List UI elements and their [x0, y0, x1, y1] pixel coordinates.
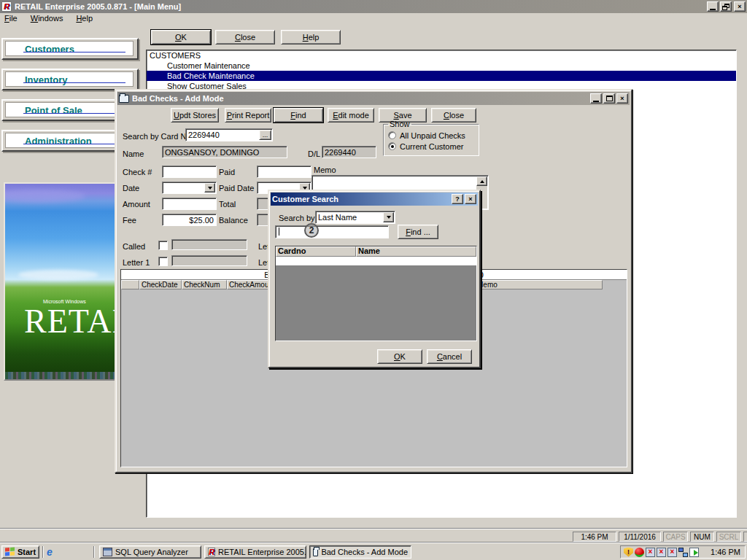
internet-explorer-icon[interactable]: e: [47, 546, 53, 558]
letter1-checkbox[interactable]: [158, 257, 168, 266]
col-name[interactable]: Name: [356, 246, 476, 257]
underline-accent: [23, 52, 125, 52]
customer-search-dialog: Customer Search ? × Search by Last Name …: [268, 190, 481, 368]
customer-search-titlebar[interactable]: Customer Search ? ×: [271, 192, 478, 206]
retail-app-icon: R: [1, 1, 12, 12]
col-checknum[interactable]: CheckNum: [182, 280, 227, 289]
restore-button[interactable]: [720, 1, 732, 12]
list-item[interactable]: CUSTOMERS: [147, 50, 736, 61]
ok-button[interactable]: OK: [151, 30, 211, 44]
bad-checks-titlebar[interactable]: Bad Checks - Add Mode ×: [117, 92, 630, 105]
underline-accent: [23, 113, 125, 114]
print-report-button[interactable]: Print Report: [225, 108, 271, 122]
bad-checks-title: Bad Checks - Add Mode: [132, 94, 224, 103]
sidebar-label: Administration: [25, 136, 92, 147]
sidebar-item-inventory[interactable]: Inventory: [1, 69, 139, 90]
find-button-dialog[interactable]: Find ...: [398, 225, 438, 239]
antivirus-icon[interactable]: [635, 548, 644, 557]
wallpaper-brand-text: RETAIL: [24, 302, 117, 341]
taskbar-divider: [93, 546, 95, 558]
empty-result-row[interactable]: [276, 257, 476, 266]
menubar: File Windows Help: [0, 13, 747, 24]
chevron-up-icon: [480, 180, 484, 183]
amount-input[interactable]: [162, 198, 217, 210]
task-retail-enterprise[interactable]: R RETAIL Enterprise 2005....: [204, 545, 306, 559]
maximize-button[interactable]: [603, 93, 615, 104]
called-checkbox[interactable]: [158, 241, 168, 250]
sidebar-item-customers[interactable]: Customers: [1, 38, 139, 60]
radio-current-customer[interactable]: Current Customer: [388, 141, 474, 152]
name-field: ONGSANSOY, DOMINGO: [162, 146, 287, 158]
search-card-label: Search by Card No.: [123, 132, 193, 141]
network-error-icon[interactable]: ×: [646, 548, 655, 557]
edit-mode-button[interactable]: Edit mode: [328, 108, 374, 122]
cancel-button-dialog[interactable]: Cancel: [427, 349, 472, 364]
ellipsis-button[interactable]: ...: [259, 130, 271, 140]
paid-input[interactable]: [257, 166, 311, 178]
statusbar: 1:46 PM 1/11/2016 CAPS NUM SCRL INS: [0, 528, 747, 542]
close-button[interactable]: ×: [734, 1, 746, 12]
called-date-field: [171, 239, 247, 250]
name-label: Name: [123, 149, 144, 158]
network-error-icon[interactable]: ×: [657, 548, 666, 557]
sidebar-label: Customers: [25, 44, 74, 55]
radio-selected-icon: [388, 142, 396, 150]
ok-button-dialog[interactable]: OK: [377, 349, 422, 364]
help-button[interactable]: Help: [281, 30, 341, 44]
letter1-date-field: [171, 255, 247, 266]
col-checkdate[interactable]: CheckDate: [139, 280, 182, 289]
check-input[interactable]: [162, 166, 217, 178]
close-button[interactable]: ×: [465, 194, 476, 204]
results-grid[interactable]: Cardno Name: [275, 246, 477, 341]
network-error-icon[interactable]: ×: [667, 548, 677, 557]
dropdown-button[interactable]: [204, 183, 215, 192]
dropdown-button[interactable]: [383, 212, 394, 222]
system-tray: ! × × × 1:46 PM: [620, 545, 746, 559]
minimize-button[interactable]: [590, 93, 602, 104]
help-button[interactable]: ?: [452, 194, 463, 204]
dl-label: D/L: [308, 149, 320, 158]
updt-stores-button[interactable]: Updt Stores: [171, 108, 219, 122]
col-memo[interactable]: Memo: [475, 280, 603, 289]
chevron-down-icon: [208, 187, 212, 190]
find-button[interactable]: Find: [274, 108, 323, 122]
radio-icon: [388, 131, 396, 139]
fee-input[interactable]: $25.00: [162, 214, 217, 226]
start-button[interactable]: Start: [1, 545, 39, 559]
menu-windows[interactable]: Windows: [31, 14, 63, 23]
menu-file[interactable]: File: [4, 14, 18, 23]
security-shield-icon[interactable]: !: [624, 548, 633, 557]
main-window-titlebar[interactable]: R RETAIL Enterprise 2005.0.871 - [Main M…: [0, 0, 747, 13]
radio-all-unpaid[interactable]: All Unpaid Checks: [388, 130, 474, 141]
minimize-icon: [710, 9, 716, 10]
fee-label: Fee: [123, 216, 136, 225]
minimize-button[interactable]: [707, 1, 719, 12]
col-selector[interactable]: [121, 280, 139, 289]
close-button[interactable]: ×: [616, 93, 628, 104]
close-icon: ×: [468, 195, 472, 203]
search-input[interactable]: [275, 225, 389, 238]
check-label: Check #: [123, 168, 152, 176]
col-cardno[interactable]: Cardno: [276, 246, 356, 257]
network-icon[interactable]: [678, 548, 688, 557]
search-by-combo[interactable]: Last Name: [315, 211, 395, 224]
desktop: R RETAIL Enterprise 2005.0.871 - [Main M…: [0, 0, 747, 560]
status-time: 1:46 PM: [573, 532, 616, 542]
scheduled-task-icon[interactable]: [689, 548, 699, 557]
folder-icon: [313, 548, 318, 556]
tray-clock[interactable]: 1:46 PM: [711, 548, 740, 556]
list-item[interactable]: Customer Maintenance: [147, 61, 736, 71]
scroll-up-button[interactable]: [476, 176, 487, 186]
dl-field: 2269440: [322, 146, 376, 158]
list-item-selected[interactable]: Bad Check Maintenance: [147, 71, 736, 81]
menu-help[interactable]: Help: [76, 14, 93, 23]
date-combo[interactable]: [162, 182, 217, 194]
sidebar-label: Point of Sale: [25, 105, 82, 116]
col-checkamount[interactable]: CheckAmou: [227, 280, 271, 289]
close-button-main[interactable]: Close: [215, 30, 275, 44]
search-by-label: Search by: [279, 214, 315, 222]
task-sql-query-analyzer[interactable]: SQL Query Analyzer: [99, 545, 201, 559]
task-bad-checks[interactable]: Bad Checks - Add Mode: [309, 545, 411, 559]
minimize-icon: [593, 101, 599, 102]
status-caps: CAPS: [663, 532, 688, 542]
